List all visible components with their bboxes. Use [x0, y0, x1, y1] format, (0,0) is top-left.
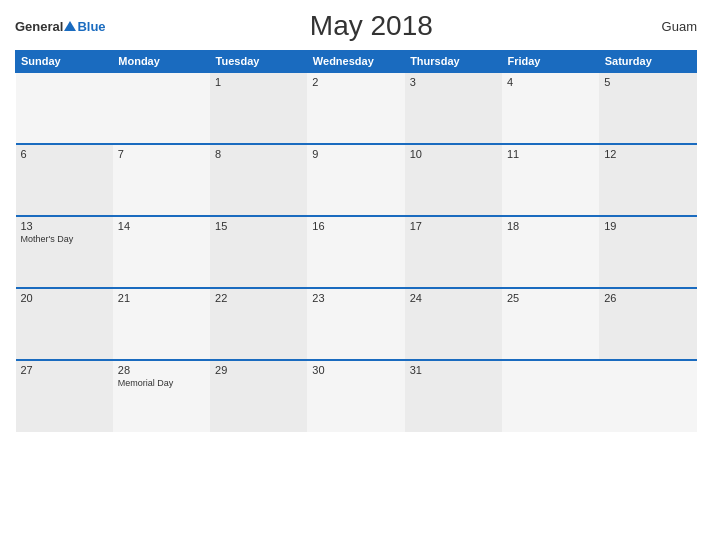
table-row: 15: [210, 216, 307, 288]
table-row: 10: [405, 144, 502, 216]
day-number: 28: [118, 364, 205, 376]
day-number: 29: [215, 364, 302, 376]
day-number: 27: [21, 364, 108, 376]
logo-general-text: General: [15, 19, 63, 34]
day-number: 7: [118, 148, 205, 160]
col-header-sunday: Sunday: [16, 51, 113, 73]
col-header-thursday: Thursday: [405, 51, 502, 73]
table-row: 8: [210, 144, 307, 216]
event-label: Mother's Day: [21, 234, 108, 246]
col-header-wednesday: Wednesday: [307, 51, 404, 73]
day-number: 20: [21, 292, 108, 304]
table-row: [502, 360, 599, 432]
day-number: 13: [21, 220, 108, 232]
day-number: 11: [507, 148, 594, 160]
logo: General Blue: [15, 19, 106, 34]
table-row: 6: [16, 144, 113, 216]
day-number: 12: [604, 148, 691, 160]
day-number: 8: [215, 148, 302, 160]
day-number: 25: [507, 292, 594, 304]
calendar-week-row: 13Mother's Day141516171819: [16, 216, 697, 288]
table-row: 7: [113, 144, 210, 216]
table-row: 11: [502, 144, 599, 216]
day-number: 22: [215, 292, 302, 304]
table-row: [113, 72, 210, 144]
table-row: 1: [210, 72, 307, 144]
day-number: 26: [604, 292, 691, 304]
table-row: 22: [210, 288, 307, 360]
table-row: 13Mother's Day: [16, 216, 113, 288]
event-label: Memorial Day: [118, 378, 205, 390]
table-row: 23: [307, 288, 404, 360]
col-header-monday: Monday: [113, 51, 210, 73]
calendar-title: May 2018: [106, 10, 637, 42]
table-row: 28Memorial Day: [113, 360, 210, 432]
day-number: 19: [604, 220, 691, 232]
table-row: 3: [405, 72, 502, 144]
table-row: 9: [307, 144, 404, 216]
calendar-table: Sunday Monday Tuesday Wednesday Thursday…: [15, 50, 697, 432]
table-row: 27: [16, 360, 113, 432]
table-row: 18: [502, 216, 599, 288]
day-number: 30: [312, 364, 399, 376]
day-number: 15: [215, 220, 302, 232]
logo-blue-text: Blue: [77, 19, 105, 34]
col-header-friday: Friday: [502, 51, 599, 73]
day-number: 24: [410, 292, 497, 304]
day-number: 3: [410, 76, 497, 88]
calendar-page: General Blue May 2018 Guam Sunday Monday…: [0, 0, 712, 550]
table-row: 4: [502, 72, 599, 144]
day-number: 17: [410, 220, 497, 232]
table-row: [599, 360, 696, 432]
day-number: 23: [312, 292, 399, 304]
table-row: 17: [405, 216, 502, 288]
table-row: 26: [599, 288, 696, 360]
table-row: [16, 72, 113, 144]
day-number: 4: [507, 76, 594, 88]
table-row: 30: [307, 360, 404, 432]
day-number: 1: [215, 76, 302, 88]
day-number: 9: [312, 148, 399, 160]
table-row: 5: [599, 72, 696, 144]
table-row: 16: [307, 216, 404, 288]
calendar-week-row: 20212223242526: [16, 288, 697, 360]
logo-triangle-icon: [64, 21, 76, 31]
calendar-week-row: 12345: [16, 72, 697, 144]
day-number: 21: [118, 292, 205, 304]
table-row: 12: [599, 144, 696, 216]
table-row: 25: [502, 288, 599, 360]
day-number: 18: [507, 220, 594, 232]
table-row: 31: [405, 360, 502, 432]
calendar-week-row: 2728Memorial Day293031: [16, 360, 697, 432]
calendar-week-row: 6789101112: [16, 144, 697, 216]
table-row: 24: [405, 288, 502, 360]
day-number: 6: [21, 148, 108, 160]
day-number: 5: [604, 76, 691, 88]
day-number: 2: [312, 76, 399, 88]
table-row: 21: [113, 288, 210, 360]
day-number: 10: [410, 148, 497, 160]
table-row: 29: [210, 360, 307, 432]
table-row: 14: [113, 216, 210, 288]
weekday-header-row: Sunday Monday Tuesday Wednesday Thursday…: [16, 51, 697, 73]
table-row: 20: [16, 288, 113, 360]
col-header-saturday: Saturday: [599, 51, 696, 73]
day-number: 31: [410, 364, 497, 376]
col-header-tuesday: Tuesday: [210, 51, 307, 73]
day-number: 16: [312, 220, 399, 232]
table-row: 2: [307, 72, 404, 144]
header: General Blue May 2018 Guam: [15, 10, 697, 42]
day-number: 14: [118, 220, 205, 232]
region-label: Guam: [637, 19, 697, 34]
table-row: 19: [599, 216, 696, 288]
